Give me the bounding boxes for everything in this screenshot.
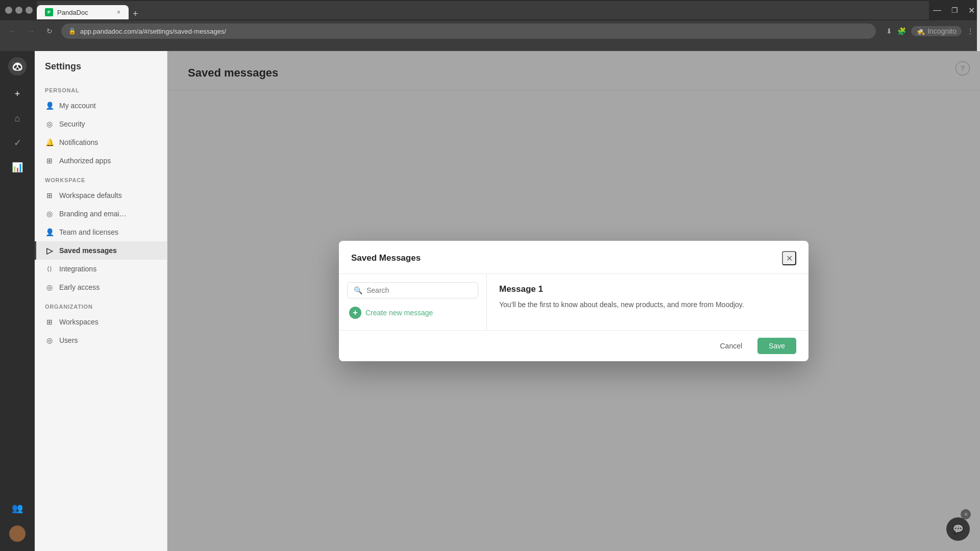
maximize-button[interactable] — [15, 7, 22, 14]
early-access-label: Early access — [59, 283, 100, 291]
create-new-icon: + — [349, 307, 361, 319]
modal-left-panel: 🔍 + Create new message — [339, 274, 487, 330]
address-bar[interactable]: 🔒 app.pandadoc.com/a/#/settings/saved-me… — [61, 23, 876, 39]
refresh-button[interactable]: ↻ — [43, 24, 56, 38]
app-container: 🐼 + ⌂ ✓ 📊 👥 Settings PERSONAL 👤 My — [0, 51, 980, 551]
users-icon: 👥 — [12, 503, 23, 514]
sidebar-icon-home[interactable]: ⌂ — [6, 107, 29, 130]
message-title: Message 1 — [499, 284, 796, 294]
sidebar-item-team[interactable]: 👤 Team and licenses — [35, 223, 167, 241]
check-icon: ✓ — [14, 137, 21, 148]
back-button[interactable]: ← — [6, 24, 19, 38]
integrations-label: Integrations — [59, 265, 96, 273]
browser-chrome: P PandaDoc × + — ❐ ✕ ← → ↻ 🔒 app.pandado… — [0, 0, 980, 51]
tab-title: PandaDoc — [57, 9, 88, 16]
workspace-defaults-label: Workspace defaults — [59, 191, 122, 199]
modal-body: 🔍 + Create new message Message 1 You'll … — [339, 274, 808, 330]
sidebar-item-early-access[interactable]: ◎ Early access — [35, 278, 167, 296]
notifications-icon: 🔔 — [45, 138, 54, 147]
notifications-label: Notifications — [59, 138, 98, 146]
saved-messages-icon: ▷ — [45, 246, 54, 255]
forward-button[interactable]: → — [24, 24, 38, 38]
workspaces-label: Workspaces — [59, 318, 99, 326]
window-controls — [5, 7, 33, 14]
url-text: app.pandadoc.com/a/#/settings/saved-mess… — [80, 28, 226, 35]
tab-favicon: P — [45, 8, 53, 16]
workspaces-icon: ⊞ — [45, 317, 54, 327]
close-button[interactable] — [26, 7, 33, 14]
ssl-lock-icon: 🔒 — [68, 28, 76, 35]
account-icon: 👤 — [45, 101, 54, 110]
search-icon: 🔍 — [354, 286, 362, 294]
modal-search-container: 🔍 — [347, 282, 478, 298]
create-new-label: Create new message — [365, 309, 433, 317]
settings-sidebar: Settings PERSONAL 👤 My account ◎ Securit… — [35, 51, 167, 551]
sidebar-icon-users[interactable]: 👥 — [6, 497, 29, 519]
saved-messages-modal: Saved Messages ✕ 🔍 + Create new message — [339, 241, 808, 361]
sidebar-bottom: 👥 — [6, 497, 29, 545]
tab-close-button[interactable]: × — [117, 9, 120, 16]
sidebar-icon-add[interactable]: + — [6, 83, 29, 105]
message-body-text: You'll be the first to know about deals,… — [499, 299, 796, 310]
settings-page-title: Settings — [35, 61, 167, 80]
modal-header: Saved Messages ✕ — [339, 241, 808, 274]
sidebar-item-users[interactable]: ◎ Users — [35, 331, 167, 349]
modal-footer: Cancel Save — [339, 330, 808, 361]
extensions-icon[interactable]: 🧩 — [897, 27, 906, 35]
create-new-message-button[interactable]: + Create new message — [347, 304, 478, 322]
icon-sidebar: 🐼 + ⌂ ✓ 📊 👥 — [0, 51, 35, 551]
sidebar-item-branding[interactable]: ◎ Branding and emai… — [35, 205, 167, 223]
incognito-badge: 🕵 Incognito — [911, 26, 962, 36]
address-bar-row: ← → ↻ 🔒 app.pandadoc.com/a/#/settings/sa… — [0, 20, 980, 42]
users-nav-icon: ◎ — [45, 336, 54, 345]
cancel-button[interactable]: Cancel — [709, 338, 752, 354]
window-maximize-btn[interactable]: ❐ — [951, 6, 958, 14]
home-icon: ⌂ — [15, 113, 20, 124]
modal-close-button[interactable]: ✕ — [782, 251, 796, 265]
team-label: Team and licenses — [59, 228, 118, 236]
incognito-label: Incognito — [927, 27, 957, 35]
search-input[interactable] — [366, 286, 472, 294]
workspace-section-label: WORKSPACE — [35, 170, 167, 186]
save-button[interactable]: Save — [757, 338, 796, 354]
titlebar: P PandaDoc × + — ❐ ✕ — [0, 0, 980, 20]
sidebar-icon-chart[interactable]: 📊 — [6, 156, 29, 179]
modal-overlay: Saved Messages ✕ 🔍 + Create new message — [167, 51, 980, 551]
new-tab-button[interactable]: + — [129, 9, 142, 19]
modal-title: Saved Messages — [351, 253, 421, 263]
chart-icon: 📊 — [12, 162, 23, 173]
organization-section-label: ORGANIZATION — [35, 296, 167, 313]
active-tab[interactable]: P PandaDoc × — [37, 5, 129, 19]
branding-icon: ◎ — [45, 209, 54, 218]
tab-bar: P PandaDoc × + — [37, 1, 929, 19]
authorized-apps-icon: ⊞ — [45, 156, 54, 165]
saved-messages-label: Saved messages — [59, 246, 117, 255]
incognito-icon: 🕵 — [916, 27, 925, 35]
sidebar-item-my-account[interactable]: 👤 My account — [35, 96, 167, 115]
sidebar-item-authorized-apps[interactable]: ⊞ Authorized apps — [35, 152, 167, 170]
sidebar-item-security[interactable]: ◎ Security — [35, 115, 167, 133]
window-action-controls: — ❐ ✕ — [933, 6, 975, 15]
sidebar-item-notifications[interactable]: 🔔 Notifications — [35, 133, 167, 152]
address-bar-actions: ⬇ 🧩 🕵 Incognito ⋮ — [886, 26, 974, 36]
integrations-icon: ⟨⟩ — [45, 264, 54, 273]
authorized-apps-label: Authorized apps — [59, 157, 111, 165]
modal-right-panel: Message 1 You'll be the first to know ab… — [487, 274, 808, 330]
sidebar-item-integrations[interactable]: ⟨⟩ Integrations — [35, 260, 167, 278]
personal-section-label: PERSONAL — [35, 80, 167, 96]
sidebar-item-workspace-defaults[interactable]: ⊞ Workspace defaults — [35, 186, 167, 205]
sidebar-item-workspaces[interactable]: ⊞ Workspaces — [35, 313, 167, 331]
early-access-icon: ◎ — [45, 283, 54, 292]
sidebar-icon-check[interactable]: ✓ — [6, 132, 29, 154]
window-close-btn[interactable]: ✕ — [968, 6, 975, 15]
my-account-label: My account — [59, 102, 96, 110]
app-logo[interactable]: 🐼 — [8, 57, 27, 76]
main-content: Saved messages ? Saved Messages ✕ 🔍 — [167, 51, 980, 551]
minimize-button[interactable] — [5, 7, 12, 14]
menu-icon[interactable]: ⋮ — [967, 27, 974, 35]
sidebar-avatar[interactable] — [6, 522, 29, 545]
download-icon[interactable]: ⬇ — [886, 27, 892, 35]
user-avatar — [9, 525, 26, 542]
window-minimize-btn[interactable]: — — [933, 6, 941, 15]
sidebar-item-saved-messages[interactable]: ▷ Saved messages — [35, 241, 167, 260]
